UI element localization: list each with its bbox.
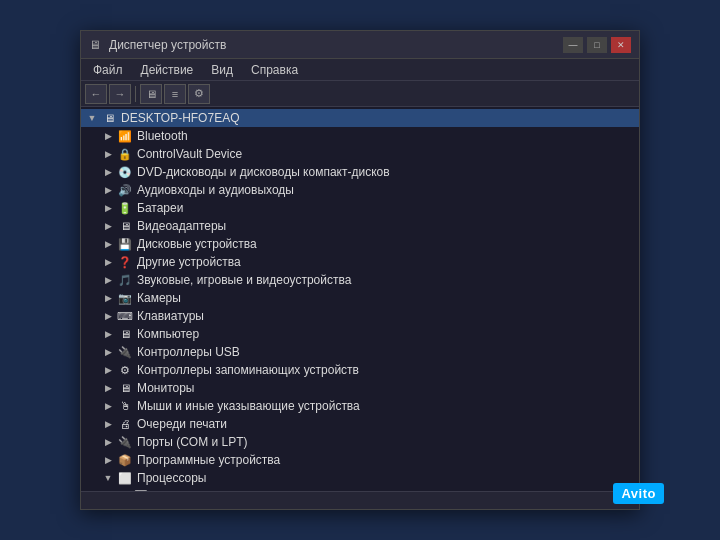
device-manager-window: 🖥 Диспетчер устройств — □ ✕ Файл Действи… <box>80 30 640 510</box>
close-button[interactable]: ✕ <box>611 37 631 53</box>
root-expand[interactable]: ▼ <box>85 111 99 125</box>
tree-item[interactable]: ▶🖥Видеоадаптеры <box>81 217 639 235</box>
item-icon: 🖥 <box>117 380 133 396</box>
item-label: ControlVault Device <box>137 147 242 161</box>
item-label: Мониторы <box>137 381 194 395</box>
list-btn[interactable]: ≡ <box>164 84 186 104</box>
item-icon: ⌨ <box>117 308 133 324</box>
status-bar <box>81 491 639 509</box>
tree-root[interactable]: ▼ 🖥 DESKTOP-HFO7EAQ <box>81 109 639 127</box>
item-label: Контроллеры запоминающих устройств <box>137 363 359 377</box>
item-label: Компьютер <box>137 327 199 341</box>
tree-item[interactable]: ▶📦Программные устройства <box>81 451 639 469</box>
menu-action[interactable]: Действие <box>133 61 202 79</box>
menu-help[interactable]: Справка <box>243 61 306 79</box>
expand-icon[interactable]: ▶ <box>101 147 115 161</box>
tree-item[interactable]: ▶🔌Контроллеры USB <box>81 343 639 361</box>
tree-item[interactable]: ▶🔒ControlVault Device <box>81 145 639 163</box>
item-label: Дисковые устройства <box>137 237 257 251</box>
item-icon: 🖥 <box>117 218 133 234</box>
tree-item[interactable]: ▶📷Камеры <box>81 289 639 307</box>
expand-icon[interactable]: ▶ <box>101 183 115 197</box>
menu-bar: Файл Действие Вид Справка <box>81 59 639 81</box>
root-icon: 🖥 <box>101 110 117 126</box>
title-bar-left: 🖥 Диспетчер устройств <box>89 38 226 52</box>
item-icon: 🖥 <box>117 326 133 342</box>
tree-item[interactable]: ▶💿DVD-дисководы и дисководы компакт-диск… <box>81 163 639 181</box>
tree-item[interactable]: ▶🖥Компьютер <box>81 325 639 343</box>
item-icon: 📷 <box>117 290 133 306</box>
expand-icon[interactable]: ▶ <box>101 273 115 287</box>
tree-item[interactable]: ▶📶Bluetooth <box>81 127 639 145</box>
expand-icon[interactable]: ▼ <box>101 471 115 485</box>
item-label: Видеоадаптеры <box>137 219 226 233</box>
avito-badge: Avito <box>613 483 664 504</box>
tree-children-container: ▶📶Bluetooth▶🔒ControlVault Device▶💿DVD-ди… <box>81 127 639 491</box>
tree-item[interactable]: ▶⚙Контроллеры запоминающих устройств <box>81 361 639 379</box>
tree-item[interactable]: ▶❓Другие устройства <box>81 253 639 271</box>
title-bar-text: Диспетчер устройств <box>109 38 226 52</box>
expand-icon[interactable]: ▶ <box>101 453 115 467</box>
item-icon: 🔌 <box>117 344 133 360</box>
item-label: Контроллеры USB <box>137 345 240 359</box>
expand-icon[interactable]: ▶ <box>101 291 115 305</box>
tree-item[interactable]: ▶🔌Порты (COM и LPT) <box>81 433 639 451</box>
item-icon: ⚙ <box>117 362 133 378</box>
tree-item[interactable]: ▶🔊Аудиовходы и аудиовыходы <box>81 181 639 199</box>
root-label: DESKTOP-HFO7EAQ <box>121 111 239 125</box>
title-bar-controls: — □ ✕ <box>563 37 631 53</box>
expand-icon[interactable]: ▶ <box>101 309 115 323</box>
tree-item[interactable]: ▶🔋Батареи <box>81 199 639 217</box>
maximize-button[interactable]: □ <box>587 37 607 53</box>
expand-icon[interactable]: ▶ <box>101 165 115 179</box>
expand-icon[interactable]: ▶ <box>101 381 115 395</box>
tree-item[interactable]: ▶🖨Очереди печати <box>81 415 639 433</box>
tree-item[interactable]: ▶⌨Клавиатуры <box>81 307 639 325</box>
item-icon: 🔊 <box>117 182 133 198</box>
expand-icon[interactable]: ▶ <box>101 327 115 341</box>
item-label: Батареи <box>137 201 183 215</box>
menu-file[interactable]: Файл <box>85 61 131 79</box>
expand-icon[interactable]: ▶ <box>101 129 115 143</box>
item-icon: 🖱 <box>117 398 133 414</box>
item-icon: 🔌 <box>117 434 133 450</box>
tree-item[interactable]: ▶🎵Звуковые, игровые и видеоустройства <box>81 271 639 289</box>
forward-button[interactable]: → <box>109 84 131 104</box>
menu-view[interactable]: Вид <box>203 61 241 79</box>
item-label: Очереди печати <box>137 417 227 431</box>
item-label: Bluetooth <box>137 129 188 143</box>
item-label: Звуковые, игровые и видеоустройства <box>137 273 351 287</box>
item-label: Процессоры <box>137 471 207 485</box>
item-icon: 🔋 <box>117 200 133 216</box>
item-label: DVD-дисководы и дисководы компакт-дисков <box>137 165 390 179</box>
item-icon: 🖨 <box>117 416 133 432</box>
toolbar: ← → 🖥 ≡ ⚙ <box>81 81 639 107</box>
expand-icon[interactable]: ▶ <box>101 435 115 449</box>
item-icon: 📦 <box>117 452 133 468</box>
item-icon: 🎵 <box>117 272 133 288</box>
item-label: Программные устройства <box>137 453 280 467</box>
title-bar: 🖥 Диспетчер устройств — □ ✕ <box>81 31 639 59</box>
expand-icon[interactable]: ▶ <box>101 363 115 377</box>
expand-icon[interactable]: ▶ <box>101 201 115 215</box>
tree-item[interactable]: ▶🖥Мониторы <box>81 379 639 397</box>
expand-icon[interactable]: ▶ <box>101 219 115 233</box>
tree-item[interactable]: ▶💾Дисковые устройства <box>81 235 639 253</box>
toolbar-separator <box>135 86 136 102</box>
minimize-button[interactable]: — <box>563 37 583 53</box>
back-button[interactable]: ← <box>85 84 107 104</box>
tree-item[interactable]: ▶🖱Мыши и иные указывающие устройства <box>81 397 639 415</box>
item-label: Порты (COM и LPT) <box>137 435 248 449</box>
expand-icon[interactable]: ▶ <box>101 255 115 269</box>
item-icon: 💾 <box>117 236 133 252</box>
expand-icon[interactable]: ▶ <box>101 345 115 359</box>
expand-icon[interactable]: ▶ <box>101 417 115 431</box>
expand-icon[interactable]: ▶ <box>101 399 115 413</box>
tree-item[interactable]: ▼⬜Процессоры <box>81 469 639 487</box>
device-tree[interactable]: ▼ 🖥 DESKTOP-HFO7EAQ ▶📶Bluetooth▶🔒Control… <box>81 107 639 491</box>
expand-icon[interactable]: ▶ <box>101 237 115 251</box>
item-icon: 📶 <box>117 128 133 144</box>
settings-btn[interactable]: ⚙ <box>188 84 210 104</box>
item-label: Камеры <box>137 291 181 305</box>
computer-icon-btn[interactable]: 🖥 <box>140 84 162 104</box>
